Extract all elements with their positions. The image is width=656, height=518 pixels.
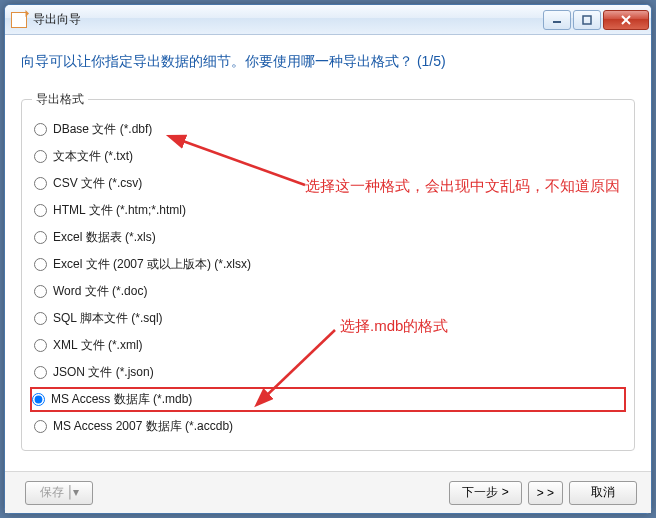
close-icon [621, 15, 631, 25]
save-button[interactable]: 保存 [25, 481, 93, 505]
content-area: 向导可以让你指定导出数据的细节。你要使用哪一种导出格式？ (1/5) 导出格式 … [5, 35, 651, 471]
footer: 保存 下一步 > > > 取消 [5, 471, 651, 513]
skip-button[interactable]: > > [528, 481, 563, 505]
format-radio[interactable] [34, 339, 47, 352]
minimize-button[interactable] [543, 10, 571, 30]
maximize-button[interactable] [573, 10, 601, 30]
format-radio[interactable] [34, 366, 47, 379]
format-option[interactable]: XML 文件 (*.xml) [32, 332, 624, 359]
format-label[interactable]: 文本文件 (*.txt) [53, 148, 133, 165]
wizard-prompt: 向导可以让你指定导出数据的细节。你要使用哪一种导出格式？ (1/5) [21, 53, 635, 71]
format-label[interactable]: MS Access 2007 数据库 (*.accdb) [53, 418, 233, 435]
cancel-button[interactable]: 取消 [569, 481, 637, 505]
svg-rect-1 [583, 16, 591, 24]
format-option[interactable]: DBase 文件 (*.dbf) [32, 116, 624, 143]
next-button[interactable]: 下一步 > [449, 481, 521, 505]
format-option[interactable]: HTML 文件 (*.htm;*.html) [32, 197, 624, 224]
format-label[interactable]: CSV 文件 (*.csv) [53, 175, 142, 192]
app-icon [11, 12, 27, 28]
format-radio[interactable] [34, 420, 47, 433]
format-option[interactable]: MS Access 2007 数据库 (*.accdb) [32, 413, 624, 440]
format-option[interactable]: Excel 数据表 (*.xls) [32, 224, 624, 251]
format-radio[interactable] [34, 204, 47, 217]
format-option[interactable]: Word 文件 (*.doc) [32, 278, 624, 305]
export-wizard-window: 导出向导 向导可以让你指定导出数据的细节。你要使用哪一种导出格式？ (1/5) … [4, 4, 652, 514]
format-option[interactable]: JSON 文件 (*.json) [32, 359, 624, 386]
maximize-icon [582, 15, 592, 25]
format-option[interactable]: MS Access 数据库 (*.mdb) [30, 387, 626, 412]
format-label[interactable]: Word 文件 (*.doc) [53, 283, 147, 300]
group-legend: 导出格式 [32, 91, 88, 108]
format-label[interactable]: SQL 脚本文件 (*.sql) [53, 310, 163, 327]
close-button[interactable] [603, 10, 649, 30]
format-label[interactable]: DBase 文件 (*.dbf) [53, 121, 152, 138]
format-option[interactable]: Excel 文件 (2007 或以上版本) (*.xlsx) [32, 251, 624, 278]
titlebar: 导出向导 [5, 5, 651, 35]
export-format-group: 导出格式 DBase 文件 (*.dbf)文本文件 (*.txt)CSV 文件 … [21, 91, 635, 451]
format-label[interactable]: XML 文件 (*.xml) [53, 337, 143, 354]
format-radio[interactable] [34, 258, 47, 271]
format-radio[interactable] [34, 177, 47, 190]
window-title: 导出向导 [33, 11, 81, 28]
minimize-icon [552, 15, 562, 25]
format-label[interactable]: Excel 数据表 (*.xls) [53, 229, 156, 246]
format-radio[interactable] [34, 123, 47, 136]
format-radio[interactable] [32, 393, 45, 406]
format-radio[interactable] [34, 150, 47, 163]
format-radio[interactable] [34, 312, 47, 325]
format-label[interactable]: Excel 文件 (2007 或以上版本) (*.xlsx) [53, 256, 251, 273]
format-option[interactable]: 文本文件 (*.txt) [32, 143, 624, 170]
format-label[interactable]: MS Access 数据库 (*.mdb) [51, 391, 192, 408]
format-option[interactable]: SQL 脚本文件 (*.sql) [32, 305, 624, 332]
format-radio[interactable] [34, 231, 47, 244]
format-option[interactable]: CSV 文件 (*.csv) [32, 170, 624, 197]
format-label[interactable]: JSON 文件 (*.json) [53, 364, 154, 381]
format-label[interactable]: HTML 文件 (*.htm;*.html) [53, 202, 186, 219]
format-radio[interactable] [34, 285, 47, 298]
